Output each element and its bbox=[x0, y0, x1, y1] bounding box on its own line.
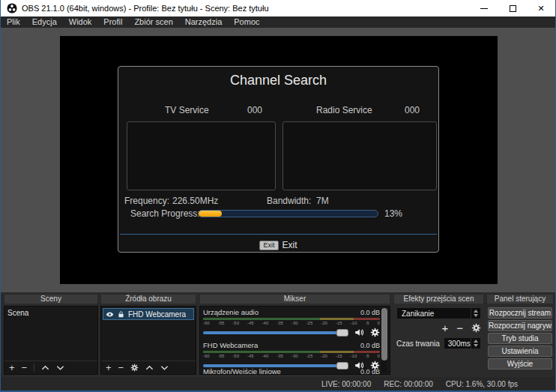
volume-slider[interactable] bbox=[203, 331, 348, 334]
channel-search-dialog: Channel Search TV Service 000 Radio Serv… bbox=[118, 66, 439, 253]
mixer-header[interactable]: Mikser bbox=[199, 294, 390, 304]
channel-settings-gear-icon[interactable] bbox=[370, 328, 380, 337]
transition-properties-gear-icon[interactable] bbox=[471, 323, 481, 333]
sources-panel: Źródła obrazu FHD Webcamera + − bbox=[100, 292, 196, 377]
transitions-header[interactable]: Efekty przejścia scen bbox=[393, 294, 484, 304]
move-source-down-button[interactable] bbox=[160, 364, 169, 372]
sources-list: FHD Webcamera + − bbox=[100, 306, 196, 375]
source-properties-gear-icon[interactable] bbox=[130, 364, 139, 372]
close-button[interactable]: ✕ bbox=[527, 0, 555, 16]
duration-spinner[interactable] bbox=[471, 338, 480, 349]
maximize-icon bbox=[510, 5, 516, 12]
scene-list-item[interactable]: Scena bbox=[4, 307, 97, 319]
meter-tick-label: 0 bbox=[378, 321, 380, 326]
remove-transition-button[interactable]: − bbox=[456, 322, 463, 334]
mixer-body: Urządzenie audio 0.0 dB -60-55-50-45-40-… bbox=[199, 306, 390, 375]
meter-tick-label: -60 bbox=[203, 354, 210, 359]
meter-tick-label: -50 bbox=[232, 321, 239, 326]
transition-select[interactable]: Zanikanie bbox=[396, 307, 481, 319]
exit-label: Exit bbox=[282, 240, 297, 250]
meter-tick-label: -35 bbox=[277, 354, 283, 359]
move-scene-down-button[interactable] bbox=[56, 364, 64, 372]
move-source-up-button[interactable] bbox=[145, 364, 154, 372]
menu-bar: PlikEdycjaWidokProfilZbiór scenNarzędzia… bbox=[1, 16, 555, 28]
search-progress-bar bbox=[198, 210, 378, 217]
transitions-panel: Efekty przejścia scen Zanikanie + − Czas… bbox=[393, 292, 484, 377]
meter-scale: -60-55-50-45-40-35-30-25-20-15-10-50 bbox=[203, 321, 380, 326]
control-button[interactable]: Rozpocznij stream bbox=[488, 307, 552, 319]
volume-slider[interactable] bbox=[203, 364, 348, 367]
volume-meter bbox=[203, 318, 380, 320]
menu-item[interactable]: Widok bbox=[63, 16, 98, 28]
mixer-channel: Mikrofon/Wejście liniowe 0.0 dB bbox=[203, 367, 380, 375]
visibility-eye-icon[interactable] bbox=[106, 310, 114, 319]
add-transition-button[interactable]: + bbox=[441, 322, 448, 334]
radio-service-list bbox=[282, 121, 437, 190]
status-bar: LIVE: 00:00:00 REC: 00:00:00 CPU: 1.6%, … bbox=[1, 377, 555, 391]
scenes-header[interactable]: Sceny bbox=[4, 294, 98, 304]
meter-tick-label: -40 bbox=[262, 354, 269, 359]
meter-tick-label: -20 bbox=[321, 321, 327, 326]
mixer-channel: Urządzenie audio 0.0 dB -60-55-50-45-40-… bbox=[203, 308, 380, 337]
meter-tick-label: -45 bbox=[247, 321, 254, 326]
meter-tick-label: -30 bbox=[291, 321, 298, 326]
meter-tick-label: 0 bbox=[378, 354, 380, 359]
channel-db: 0.0 dB bbox=[360, 309, 380, 316]
meter-tick-label: -15 bbox=[336, 354, 342, 359]
remove-scene-button[interactable]: − bbox=[22, 363, 28, 373]
obs-logo-icon bbox=[7, 3, 17, 13]
control-button[interactable]: Ustawienia bbox=[488, 346, 552, 357]
dialog-title: Channel Search bbox=[118, 73, 438, 88]
mixer-scrollbar-thumb[interactable] bbox=[381, 308, 387, 361]
sources-header[interactable]: Źródła obrazu bbox=[100, 294, 196, 304]
channel-name: FHD Webcamera bbox=[203, 341, 258, 349]
title-bar: OBS 21.1.0 (64bit, windows) - Profile: B… bbox=[1, 0, 555, 16]
mixer-panel: Mikser Urządzenie audio 0.0 dB -60-55-50… bbox=[199, 292, 390, 377]
minimize-button[interactable] bbox=[470, 0, 498, 16]
maximize-button[interactable] bbox=[498, 0, 527, 16]
volume-slider-handle[interactable] bbox=[336, 329, 348, 337]
channel-db: 0.0 dB bbox=[360, 342, 380, 349]
duration-label: Czas trwania bbox=[396, 340, 440, 348]
meter-tick-label: -55 bbox=[218, 354, 225, 359]
duration-spinbox[interactable]: 300ms bbox=[444, 337, 481, 349]
live-time: LIVE: 00:00:00 bbox=[321, 380, 371, 388]
video-canvas[interactable]: Channel Search TV Service 000 Radio Serv… bbox=[60, 36, 498, 284]
move-scene-up-button[interactable] bbox=[41, 364, 49, 372]
meter-tick-label: -20 bbox=[321, 354, 327, 359]
control-button[interactable]: Wyjście bbox=[488, 358, 552, 370]
meter-tick-label: -15 bbox=[336, 321, 342, 326]
control-button[interactable]: Rozpocznij nagrywanie bbox=[488, 320, 552, 331]
control-panel-header[interactable]: Panel sterujący bbox=[486, 294, 554, 304]
transition-select-spinner[interactable] bbox=[471, 308, 480, 319]
remove-source-button[interactable]: − bbox=[118, 363, 124, 373]
radio-service-label: Radio Service bbox=[316, 105, 372, 115]
add-source-button[interactable]: + bbox=[106, 363, 112, 373]
menu-item[interactable]: Zbiór scen bbox=[128, 16, 178, 28]
progress-fill bbox=[199, 211, 222, 217]
window-title: OBS 21.1.0 (64bit, windows) - Profile: B… bbox=[22, 4, 269, 13]
progress-percent: 13% bbox=[384, 208, 402, 219]
menu-item[interactable]: Plik bbox=[1, 16, 26, 28]
control-buttons: Rozpocznij streamRozpocznij nagrywanieTr… bbox=[488, 307, 552, 370]
menu-item[interactable]: Narzędzia bbox=[179, 16, 229, 28]
meter-tick-label: -30 bbox=[291, 354, 298, 359]
menu-item[interactable]: Pomoc bbox=[228, 16, 265, 28]
scenes-list: Scena + − bbox=[4, 306, 98, 375]
mixer-scrollbar[interactable] bbox=[381, 308, 387, 373]
control-button[interactable]: Tryb studia bbox=[488, 333, 552, 344]
menu-item[interactable]: Profil bbox=[97, 16, 128, 28]
cpu-fps: CPU: 1.6%, 30.00 fps bbox=[446, 380, 518, 388]
minimize-icon bbox=[480, 8, 488, 9]
meter-tick-label: -50 bbox=[232, 354, 239, 359]
volume-meter bbox=[203, 351, 380, 353]
source-list-item[interactable]: FHD Webcamera bbox=[103, 308, 194, 320]
menu-item[interactable]: Edycja bbox=[26, 16, 63, 28]
channel-name: Urządzenie audio bbox=[203, 308, 259, 316]
tv-service-list bbox=[127, 121, 276, 190]
add-scene-button[interactable]: + bbox=[9, 363, 15, 373]
lock-icon[interactable] bbox=[117, 310, 125, 319]
source-name: FHD Webcamera bbox=[128, 310, 186, 319]
speaker-icon[interactable] bbox=[354, 328, 364, 337]
bandwidth-value: 7M bbox=[316, 196, 329, 206]
